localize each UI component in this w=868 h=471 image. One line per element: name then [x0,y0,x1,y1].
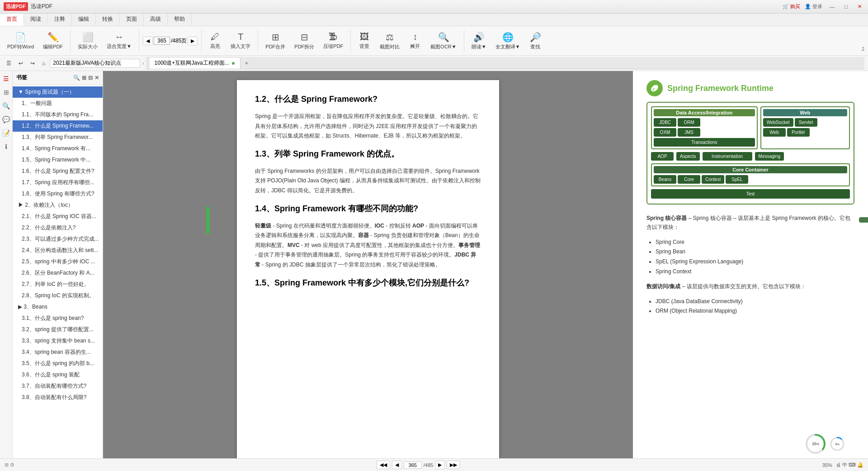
tree-item-s3-3[interactable]: 3.3、spring 支持集中 bean s... [13,335,103,347]
tree-item-s1-1[interactable]: 1.1、不同版本的 Spring Fra... [13,109,103,120]
ribbon: 首页 阅读 注释 编辑 转换 页面 高级 帮助 📄 PDF转Word ✏️ 编辑… [0,14,868,56]
edit-pdf-btn[interactable]: ✏️ 编辑PDF [39,30,66,52]
highlight-btn[interactable]: 🖊 高亮 [205,30,225,52]
cell-beans: Beans [654,175,676,184]
page-input-bottom[interactable] [404,461,422,469]
tree-item-s1-8[interactable]: 1.8、使用 Spring 有哪些方式? [13,188,103,200]
tree-item-s1-2[interactable]: 1.2、什么是 Spring Framew... [13,120,103,132]
tab-convert[interactable]: 转换 [96,14,120,26]
next-page-bottom-btn[interactable]: ▶ [435,461,445,469]
tab-home[interactable]: 首页 [0,14,24,26]
maximize-btn[interactable]: □ [842,3,850,10]
find-btn[interactable]: 🔎 查找 [525,30,545,52]
translate-btn[interactable]: 🌐 全文翻译▼ [492,30,524,52]
doc-path-input[interactable] [50,59,140,68]
minimize-btn[interactable]: — [827,3,837,10]
comment-icon[interactable]: 💬 [1,114,11,124]
tab-comment[interactable]: 注释 [48,14,72,26]
tree-item-s3[interactable]: ▶ 3、Beans [13,301,103,313]
info-icon[interactable]: ℹ [4,142,9,152]
menu-icon[interactable]: ☰ [4,59,14,67]
tree-item-s2-4[interactable]: 2.4、区分构造函数注入和 sett... [13,245,103,256]
tree-item-s2-7[interactable]: 2.7、列举 IoC 的一些好处。 [13,279,103,290]
compress-pdf-btn[interactable]: 🗜 压缩PDF [320,30,347,52]
bookmark-icon[interactable]: ☰ [2,74,10,84]
tab-advanced[interactable]: 高级 [144,14,168,26]
sidebar-search-icon[interactable]: 🔍 [73,75,80,81]
spring-leaf-icon [650,83,660,93]
split-pdf-btn[interactable]: ⊟ PDF拆分 [291,30,318,52]
redo-btn[interactable]: ↪ [28,59,38,67]
quick-read-tab[interactable]: 速览 [859,217,868,223]
compare-btn[interactable]: ⚖ 截图对比 [376,30,403,52]
tree-item-s2[interactable]: ▶ 2、依赖注入（Ioc） [13,200,103,211]
tree-item-s1[interactable]: 1、一般问题 [13,98,103,109]
merge-pdf-btn[interactable]: ⊞ PDF合并 [262,30,289,52]
tab-read[interactable]: 阅读 [24,14,48,26]
tree-item-s2-3[interactable]: 2.3、可以通过多少种方式完成... [13,233,103,245]
add-tab-btn[interactable]: + [241,58,252,68]
doc-tab-1[interactable]: 1000道+互联网Java工程师面... [149,57,241,69]
spring-diagram-header: Spring Framework Runtime [646,80,854,96]
tree-item-s2-1[interactable]: 2.1、什么是 Spring IOC 容器... [13,211,103,222]
last-page-btn[interactable]: ▶▶ [447,461,460,469]
para-1-3: 由于 Spring Frameworks 的分层架构，用户可以自由选择自己需要的… [255,167,481,196]
bg-btn[interactable]: 🖼 背景 [354,30,374,52]
tab-edit[interactable]: 编辑 [72,14,96,26]
next-page-btn[interactable]: ▶ [188,37,198,45]
tab-help[interactable]: 帮助 [168,14,192,26]
prev-page-bottom-btn[interactable]: ◀ [392,461,402,469]
read-btn[interactable]: 🔊 朗读▼ [468,30,490,52]
doc-tab-title: 1000道+互联网Java工程师面... [155,59,229,67]
ocr-btn[interactable]: 🔍 截图OCR▼ [427,30,460,52]
side-tab[interactable] [206,207,210,234]
thumbs-icon[interactable]: ⊞ [2,87,10,97]
close-btn[interactable]: ✕ [855,3,864,10]
tree-item-s3-4[interactable]: 3.4、spring bean 容器的生... [13,347,103,358]
bold-mvc: MVC [288,242,300,248]
tab-page[interactable]: 页面 [120,14,144,26]
fit-width-btn[interactable]: ↔ 适合宽度▼ [103,30,135,52]
tree-item-s3-1[interactable]: 3.1、什么是 spring bean? [13,313,103,324]
tree-item-s2-6[interactable]: 2.6、区分 BeanFactory 和 A... [13,267,103,279]
tree-item-s2-5[interactable]: 2.5、spring 中有多少种 IOC ... [13,256,103,267]
search-panel-icon[interactable]: 🔍 [1,101,11,111]
first-page-btn[interactable]: ◀◀ [377,461,390,469]
tree-item-s3-6[interactable]: 3.6、什么是 spring 装配 [13,369,103,381]
pdf-to-word-btn[interactable]: 📄 PDF转Word [4,30,38,52]
insert-text-btn[interactable]: T 插入文字 [227,30,254,52]
tree-item-s3-7[interactable]: 3.7、自动装配有哪些方式? [13,381,103,392]
separator-2 [139,29,139,52]
page-number-input[interactable] [154,37,170,45]
tree-item-s1-6[interactable]: 1.6、什么是 Spring 配置文件? [13,166,103,177]
tree-item-s3-8[interactable]: 3.8、自动装配有什么局限? [13,392,103,403]
sidebar-close-icon[interactable]: ✕ [94,75,99,81]
sidebar-expand-icon[interactable]: ⊞ [82,75,86,81]
home-btn[interactable]: ⌂ [39,59,48,67]
tree-item-s2-2[interactable]: 2.2、什么是依赖注入? [13,222,103,233]
separator-5 [350,29,351,52]
right-panel: Spring Framework Runtime Data Access/Int… [633,71,868,471]
diagram-title: Spring Framework Runtime [667,84,774,93]
tree-item-s1-3[interactable]: 1.3、列举 Spring Framewor... [13,132,103,143]
login-btn[interactable]: 👤 登录 [805,3,822,10]
separator-4 [258,29,258,52]
tree-item-s1-5[interactable]: 1.5、Spring Framework 中... [13,154,103,166]
compress-icon: 🗜 [329,32,338,42]
tree-item-s2-8[interactable]: 2.8、Spring IoC 的实现机制。 [13,290,103,301]
prev-page-btn[interactable]: ◀ [143,37,153,45]
tree-item-s3-2[interactable]: 3.2、spring 提供了哪些配置... [13,324,103,335]
tree-item-s3-5[interactable]: 3.5、什么是 spring 的内部 b... [13,358,103,369]
status-icons-right: 🖨 中 ⌨ 🔔 [836,461,863,468]
section-1-4-title: 1.4、Spring Framework 有哪些不同的功能? [255,203,481,214]
purchase-btn[interactable]: 🛒 购买 [783,3,800,10]
tree-item-s1-4[interactable]: 1.4、Spring Framework 有... [13,143,103,154]
tree-item-spring-tests[interactable]: ▼ Spring 面试题（一） [13,86,103,98]
tree-item-s1-7[interactable]: 1.7、Spring 应用程序有哪些... [13,177,103,188]
web-cells-2: Web Portlet [763,128,847,137]
annotation-icon[interactable]: 📝 [1,128,11,138]
actual-size-btn[interactable]: ⬜ 实际大小 [74,30,101,52]
undo-btn[interactable]: ↩ [16,59,26,67]
spread-btn[interactable]: ↕ 摊开 [405,30,425,52]
sidebar-collapse-icon[interactable]: ⊟ [88,75,93,81]
